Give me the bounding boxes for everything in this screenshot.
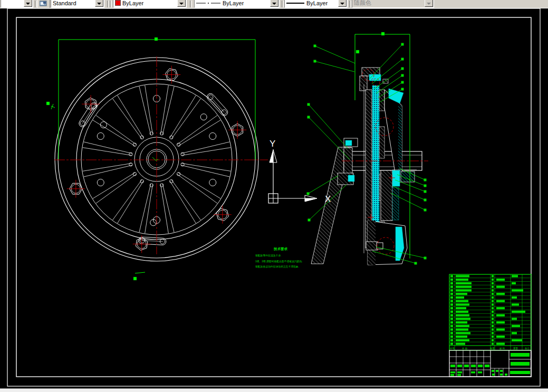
linetype-control-combo[interactable]: ByLayer (194, 0, 280, 8)
lineweight-combo-value: ByLayer (306, 0, 328, 6)
chevron-down-icon[interactable] (338, 0, 347, 7)
lineweight-preview-icon (286, 2, 304, 5)
notes-line: 装配后各运动件应转动灵活无卡滞现象. (255, 265, 299, 269)
cad-application-window: { "toolbar": { "combos": [ {"value": ""}… (0, 0, 548, 392)
chevron-down-icon[interactable] (177, 0, 186, 7)
drive-strap (206, 92, 229, 117)
status-bar-strip (0, 388, 548, 392)
toolbar-separator (110, 1, 112, 7)
color-control-combo[interactable]: ByLayer (113, 0, 187, 8)
color-swatch-icon (115, 0, 121, 6)
workspace-combo[interactable] (1, 0, 33, 8)
lineweight-control-combo[interactable]: ByLayer (284, 0, 348, 8)
drawing-canvas[interactable]: YX 技术要求装配前零件应清洗干净.1级、2级 调整时各配合面不得有油污损伤.装… (0, 8, 548, 388)
parts-list-table: 件号名 称数量材 料重量备注 (449, 274, 531, 350)
ucs-icon: YX (268, 138, 331, 204)
grip-handle[interactable] (46, 102, 50, 105)
bom-header-label: 名 称 (462, 347, 468, 350)
chevron-down-icon[interactable] (24, 0, 32, 7)
clutch-section-view-linework (311, 68, 422, 265)
plotstyle-combo-value: 随颜色 (354, 0, 371, 7)
notes-line: 装配前零件应清洗干净. (255, 254, 281, 257)
model-space[interactable]: YX 技术要求装配前零件应清洗干净.1级、2级 调整时各配合面不得有油污损伤.装… (0, 8, 548, 388)
clutch-front-view (54, 56, 268, 261)
style-combo[interactable]: Standard (51, 0, 104, 8)
text-style-manager-button[interactable] (37, 0, 50, 8)
title-block (449, 350, 531, 377)
linetype-preview-icon (196, 2, 220, 5)
bom-header-label: 材 料 (499, 347, 505, 350)
chevron-down-icon[interactable] (95, 0, 103, 7)
chevron-down-icon (425, 0, 433, 7)
style-combo-value: Standard (53, 0, 76, 6)
drawing-frame (16, 17, 531, 377)
grip-handle[interactable] (155, 37, 158, 41)
bom-header-label: 数量 (490, 347, 495, 350)
toolbar-separator (282, 1, 284, 7)
grip-handle[interactable] (356, 50, 359, 53)
toolbar-separator (35, 1, 37, 7)
linetype-combo-value: ByLayer (223, 0, 244, 6)
chevron-down-icon[interactable] (270, 0, 278, 7)
color-combo-value: ByLayer (122, 0, 143, 6)
drive-strap (78, 101, 98, 128)
notes-line: 1级、2级 调整时各配合面不得有油污损伤. (255, 260, 303, 263)
grip-handle[interactable] (133, 277, 137, 280)
technical-notes: 技术要求装配前零件应清洗干净.1级、2级 调整时各配合面不得有油污损伤.装配后各… (255, 247, 303, 269)
bom-header-label: 重量 (513, 347, 518, 350)
ucs-x-label: X (325, 194, 331, 204)
bom-header-label: 备注 (525, 347, 530, 350)
bom-header-label: 件号 (449, 347, 455, 350)
toolbar-separator (349, 1, 351, 7)
toolbar-separator (107, 1, 109, 7)
notes-title: 技术要求 (273, 247, 288, 251)
toolbar: Standard ByLayer ByLayer ByLayer 随颜色 (0, 0, 548, 8)
ucs-y-label: Y (270, 139, 275, 149)
toolbar-separator (190, 1, 192, 7)
text-style-icon (40, 1, 47, 6)
grip-handle[interactable] (381, 32, 384, 35)
plotstyle-control-combo: 随颜色 (352, 0, 434, 8)
